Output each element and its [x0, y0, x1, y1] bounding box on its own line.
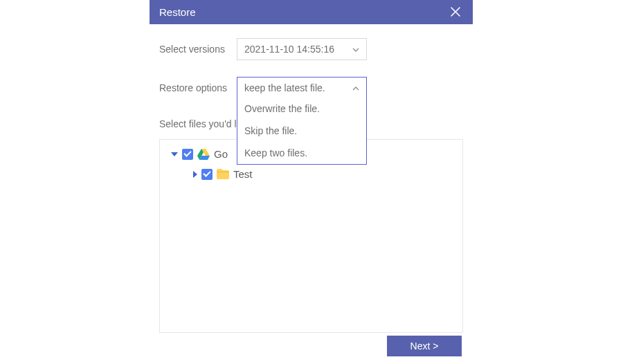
chevron-up-icon — [352, 84, 359, 92]
folder-icon — [217, 169, 229, 179]
restore-dialog: Restore Select versions 2021-11-10 14:55… — [150, 0, 473, 363]
footer: Next > — [159, 333, 463, 356]
close-icon[interactable] — [448, 3, 463, 21]
next-button[interactable]: Next > — [387, 336, 462, 356]
file-tree: Go Test — [159, 139, 463, 333]
tree-node-label: Go — [214, 148, 228, 160]
chevron-down-icon — [352, 46, 359, 53]
options-value: keep the latest file. — [244, 82, 325, 93]
dialog-body: Select versions 2021-11-10 14:55:16 Rest… — [150, 24, 473, 363]
checkbox-test[interactable] — [201, 169, 213, 180]
tree-node-label: Test — [233, 168, 253, 180]
options-row: Restore options keep the latest file. — [159, 77, 463, 99]
caret-down-icon[interactable] — [171, 152, 178, 156]
option-skip[interactable]: Skip the file. — [237, 120, 366, 142]
tree-node-test: Test — [193, 168, 455, 180]
options-label: Restore options — [159, 82, 237, 93]
options-dropdown: Overwrite the file. Skip the file. Keep … — [237, 98, 367, 165]
dialog-title: Restore — [159, 6, 196, 18]
option-overwrite[interactable]: Overwrite the file. — [237, 98, 366, 120]
option-keep-two[interactable]: Keep two files. — [237, 142, 366, 164]
google-drive-icon — [197, 149, 210, 160]
titlebar: Restore — [150, 0, 473, 24]
versions-row: Select versions 2021-11-10 14:55:16 — [159, 38, 463, 60]
options-select[interactable]: keep the latest file. — [237, 77, 367, 99]
svg-rect-0 — [217, 172, 229, 172]
checkbox-google-drive[interactable] — [182, 149, 193, 160]
versions-select[interactable]: 2021-11-10 14:55:16 — [237, 38, 367, 60]
caret-right-icon[interactable] — [193, 171, 197, 178]
versions-value: 2021-11-10 14:55:16 — [244, 44, 334, 55]
versions-label: Select versions — [159, 44, 237, 55]
